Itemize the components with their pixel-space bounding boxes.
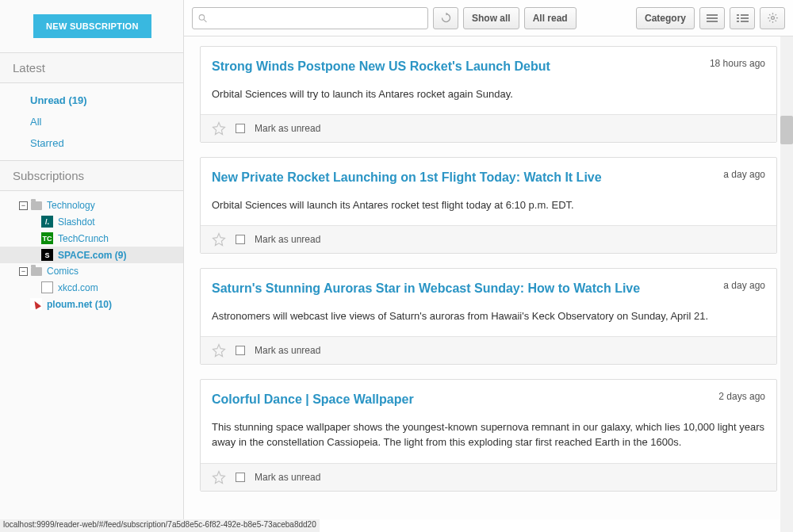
sidebar: NEW SUBSCRIPTION Latest Unread (19) All …	[0, 0, 184, 532]
feed-label[interactable]: ploum.net (10)	[47, 299, 112, 310]
scrollbar[interactable]	[780, 36, 793, 532]
article-time: 18 hours ago	[710, 58, 765, 75]
xkcd-icon: xk	[41, 281, 53, 293]
feed-label[interactable]: Slashdot	[58, 216, 95, 228]
space-icon: S	[41, 249, 53, 261]
mark-unread-label: Mark as unread	[255, 345, 320, 356]
mark-unread-label: Mark as unread	[255, 234, 320, 245]
article-title[interactable]: Colorful Dance | Space Wallpaper	[212, 391, 707, 408]
techcrunch-icon: TC	[41, 232, 53, 244]
gear-icon	[767, 12, 779, 24]
article: Saturn's Stunning Auroras Star in Webcas…	[200, 268, 777, 365]
new-subscription-button[interactable]: NEW SUBSCRIPTION	[33, 14, 151, 38]
star-icon[interactable]	[212, 232, 226, 247]
svg-line-1	[204, 19, 206, 21]
folder-label[interactable]: Technology	[47, 200, 95, 211]
tree-feed-slashdot[interactable]: /. Slashdot	[0, 213, 183, 230]
subscriptions-header: Subscriptions	[0, 160, 183, 191]
show-all-button[interactable]: Show all	[463, 7, 519, 29]
mark-unread-checkbox[interactable]	[236, 124, 245, 133]
mark-unread-label: Mark as unread	[255, 123, 320, 134]
article-list[interactable]: Strong Winds Postpone New US Rocket's La…	[184, 36, 793, 519]
view-expanded-button[interactable]	[699, 7, 725, 29]
search-wrap	[192, 7, 428, 29]
search-icon	[197, 13, 208, 24]
article-body: Astronomers will webcast live views of S…	[201, 297, 776, 337]
svg-point-2	[771, 17, 774, 20]
latest-header: Latest	[0, 52, 183, 83]
collapse-icon[interactable]: −	[19, 267, 28, 276]
folder-icon	[31, 267, 42, 276]
folder-icon	[31, 201, 42, 210]
article-body: This stunning space wallpaper shows the …	[201, 408, 776, 463]
star-icon[interactable]	[212, 470, 226, 484]
article-footer: Mark as unread	[201, 463, 776, 491]
sidebar-starred[interactable]: Starred	[0, 132, 183, 154]
article-time: a day ago	[723, 280, 765, 297]
all-read-button[interactable]: All read	[524, 7, 577, 29]
article: New Private Rocket Launching on 1st Flig…	[200, 157, 777, 254]
statusbar: localhost:9999/reader-web/#/feed/subscri…	[0, 519, 320, 532]
article-body: Orbital Sciences will try to launch its …	[201, 75, 776, 115]
lines-icon	[707, 13, 718, 24]
refresh-icon	[440, 12, 452, 24]
tree-feed-techcrunch[interactable]: TC TechCrunch	[0, 230, 183, 247]
subscriptions-tree: − Technology /. Slashdot TC TechCrunch S…	[0, 191, 183, 319]
article-time: 2 days ago	[718, 391, 765, 408]
tree-feed-space[interactable]: S SPACE.com (9)	[0, 247, 183, 263]
article-body: Orbital Sciences will launch its Antares…	[201, 186, 776, 226]
sidebar-all[interactable]: All	[0, 111, 183, 132]
view-list-button[interactable]	[730, 7, 755, 29]
ploum-icon	[30, 298, 42, 310]
mark-unread-checkbox[interactable]	[236, 473, 245, 482]
tree-folder-comics[interactable]: − Comics	[0, 263, 183, 279]
feed-label[interactable]: SPACE.com (9)	[58, 250, 126, 261]
slashdot-icon: /.	[41, 216, 53, 228]
article-time: a day ago	[723, 169, 765, 186]
tree-feed-xkcd[interactable]: xk xkcd.com	[0, 279, 183, 296]
tree-folder-technology[interactable]: − Technology	[0, 197, 183, 213]
mark-unread-checkbox[interactable]	[236, 235, 245, 244]
category-button[interactable]: Category	[636, 7, 695, 29]
main: Show all All read Category Strong Winds …	[184, 0, 793, 532]
search-input[interactable]	[213, 13, 423, 24]
article-footer: Mark as unread	[201, 225, 776, 253]
list-icon	[737, 14, 749, 22]
tree-feed-ploum[interactable]: ploum.net (10)	[0, 296, 183, 312]
article-title[interactable]: New Private Rocket Launching on 1st Flig…	[212, 169, 712, 186]
star-icon[interactable]	[212, 121, 226, 136]
feed-label[interactable]: TechCrunch	[58, 233, 109, 244]
collapse-icon[interactable]: −	[19, 201, 28, 210]
article-footer: Mark as unread	[201, 336, 776, 364]
mark-unread-checkbox[interactable]	[236, 346, 245, 355]
folder-label[interactable]: Comics	[47, 266, 79, 277]
scrollbar-thumb[interactable]	[780, 116, 793, 144]
settings-button[interactable]	[760, 7, 785, 29]
mark-unread-label: Mark as unread	[255, 472, 320, 483]
star-icon[interactable]	[212, 343, 226, 358]
article-title[interactable]: Strong Winds Postpone New US Rocket's La…	[212, 58, 699, 75]
article-footer: Mark as unread	[201, 114, 776, 142]
sidebar-unread[interactable]: Unread (19)	[0, 90, 183, 111]
article: Colorful Dance | Space Wallpaper2 days a…	[200, 379, 777, 492]
refresh-button[interactable]	[433, 7, 458, 29]
svg-point-0	[199, 14, 205, 20]
feed-label[interactable]: xkcd.com	[58, 282, 98, 293]
article-title[interactable]: Saturn's Stunning Auroras Star in Webcas…	[212, 280, 712, 297]
article: Strong Winds Postpone New US Rocket's La…	[200, 46, 777, 143]
toolbar: Show all All read Category	[184, 0, 793, 36]
